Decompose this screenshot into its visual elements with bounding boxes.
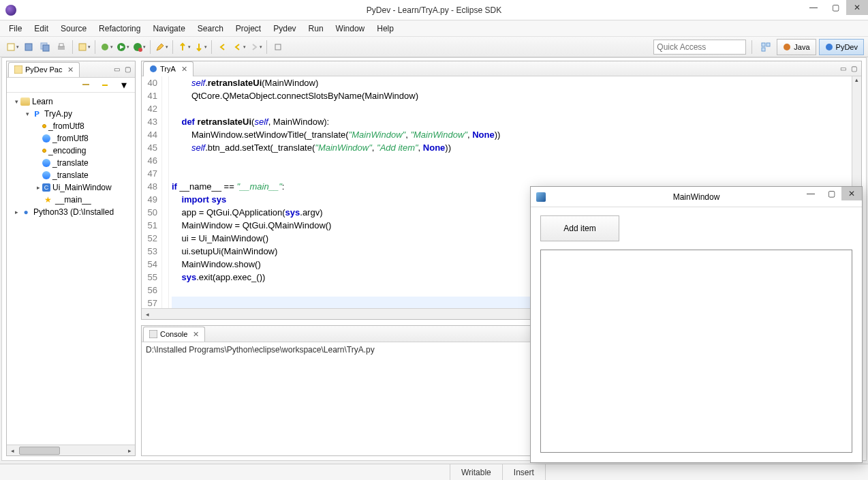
menu-window[interactable]: Window — [330, 22, 371, 35]
dot-icon — [42, 149, 46, 153]
folder-icon — [20, 97, 30, 106]
collapse-all-button[interactable] — [78, 78, 93, 93]
status-empty — [545, 464, 868, 480]
menu-project[interactable]: Project — [230, 22, 267, 35]
package-hscrollbar[interactable]: ◂▸ — [7, 445, 135, 455]
qt-close-button[interactable]: ✕ — [841, 187, 862, 200]
tree-item-label: _encoding — [48, 146, 86, 155]
svg-rect-16 — [762, 48, 765, 51]
editor-minimize-button[interactable]: ▭ — [838, 64, 848, 74]
history-fwd-button[interactable] — [248, 40, 263, 55]
link-editor-button[interactable] — [97, 78, 112, 93]
tree-item[interactable]: ▸●Python33 (D:\Installed — [7, 206, 135, 218]
close-icon[interactable]: ✕ — [193, 330, 199, 339]
perspective-java[interactable]: Java — [777, 39, 816, 55]
svg-point-18 — [826, 44, 833, 50]
svg-rect-20 — [82, 84, 89, 85]
menu-pydev[interactable]: Pydev — [267, 22, 302, 35]
tree-item-label: Ui_MainWindow — [52, 183, 112, 192]
tree-item-label: __main__ — [55, 195, 91, 205]
close-icon[interactable]: ✕ — [67, 65, 74, 74]
new-button[interactable] — [5, 40, 20, 55]
view-menu-button[interactable]: ▾ — [117, 78, 131, 93]
globe-icon — [42, 134, 50, 142]
tree-item[interactable]: _translate — [7, 169, 135, 181]
editor-tab-trya[interactable]: TryA ✕ — [143, 61, 193, 76]
window-maximize-button[interactable]: ▢ — [824, 0, 846, 15]
tree-item[interactable]: ▸CUi_MainWindow — [7, 181, 135, 194]
svg-rect-3 — [43, 45, 49, 51]
dot-icon — [42, 124, 46, 128]
project-tree[interactable]: ▾Learn▾𝗣TryA.py_fromUtf8_fromUtf8_encodi… — [7, 93, 135, 221]
tree-item[interactable]: _encoding — [7, 145, 135, 157]
star-icon: ★ — [42, 194, 53, 205]
tree-item[interactable]: _fromUtf8 — [7, 132, 135, 145]
qt-main-window[interactable]: MainWindow — ▢ ✕ Add item — [530, 186, 863, 463]
window-titlebar: PyDev - Learn/TryA.py - Eclipse SDK — ▢ … — [0, 0, 868, 20]
qt-minimize-button[interactable]: — — [801, 187, 821, 200]
tree-item[interactable]: _fromUtf8 — [7, 120, 135, 132]
open-type-button[interactable] — [76, 40, 91, 55]
menu-bar: File Edit Source Refactoring Navigate Se… — [0, 20, 868, 37]
open-perspective-button[interactable] — [758, 40, 773, 55]
view-maximize-button[interactable]: ▢ — [123, 65, 132, 74]
window-close-button[interactable]: ✕ — [846, 0, 868, 15]
save-button[interactable] — [21, 40, 36, 55]
debug-button[interactable] — [99, 40, 114, 55]
qt-maximize-button[interactable]: ▢ — [821, 187, 841, 200]
qt-titlebar[interactable]: MainWindow — ▢ ✕ — [531, 187, 862, 207]
menu-file[interactable]: File — [3, 22, 28, 35]
console-tab[interactable]: Console ✕ — [143, 327, 205, 342]
perspective-pydev[interactable]: PyDev — [819, 39, 864, 55]
menu-navigate[interactable]: Navigate — [146, 22, 191, 35]
package-explorer-tab[interactable]: PyDev Pac ✕ — [8, 62, 80, 77]
menu-edit[interactable]: Edit — [28, 22, 55, 35]
pin-editor-button[interactable] — [270, 40, 285, 55]
view-minimize-button[interactable]: ▭ — [112, 65, 121, 74]
step-button[interactable] — [176, 40, 191, 55]
tree-item[interactable]: _translate — [7, 157, 135, 169]
close-icon[interactable]: ✕ — [181, 65, 187, 74]
step2-button[interactable] — [193, 40, 208, 55]
svg-marker-12 — [157, 44, 164, 50]
add-item-button[interactable]: Add item — [540, 215, 619, 241]
package-icon — [14, 65, 22, 74]
history-back-button[interactable] — [232, 40, 247, 55]
console-icon — [149, 330, 157, 338]
status-insert: Insert — [502, 464, 545, 480]
editor-tab-label: TryA — [160, 65, 176, 73]
qt-list-widget[interactable] — [540, 250, 852, 453]
svg-rect-14 — [762, 43, 765, 46]
main-toolbar: Java PyDev — [0, 37, 868, 57]
menu-search[interactable]: Search — [191, 22, 230, 35]
svg-rect-6 — [79, 44, 86, 50]
tree-item[interactable]: ★__main__ — [7, 194, 135, 206]
tree-item-label: _fromUtf8 — [48, 121, 84, 131]
svg-rect-19 — [14, 65, 22, 74]
package-explorer-view: PyDev Pac ✕ ▭ ▢ ▾ ▾Learn▾𝗣TryA.py_fromUt… — [6, 61, 136, 456]
run-last-button[interactable] — [131, 40, 146, 55]
edit-button[interactable] — [154, 40, 169, 55]
tree-item-label: _translate — [52, 158, 89, 168]
editor-maximize-button[interactable]: ▢ — [849, 64, 858, 74]
tree-item[interactable]: ▾𝗣TryA.py — [7, 108, 135, 120]
window-minimize-button[interactable]: — — [803, 0, 824, 15]
status-writable: Writable — [450, 464, 502, 480]
snake-icon: ● — [20, 207, 31, 217]
run-button[interactable] — [115, 40, 130, 55]
tree-item[interactable]: ▾Learn — [7, 95, 135, 108]
svg-point-21 — [150, 65, 157, 72]
svg-rect-22 — [149, 330, 157, 338]
globe-icon — [42, 171, 50, 179]
tree-item-label: TryA.py — [44, 109, 72, 119]
menu-run[interactable]: Run — [303, 22, 330, 35]
svg-rect-1 — [25, 44, 32, 50]
save-all-button[interactable] — [37, 40, 52, 55]
menu-refactoring[interactable]: Refactoring — [93, 22, 146, 35]
print-button[interactable] — [54, 40, 69, 55]
quick-access-input[interactable] — [653, 40, 746, 55]
menu-help[interactable]: Help — [371, 22, 400, 35]
python-file-icon — [149, 65, 157, 73]
menu-source[interactable]: Source — [55, 22, 93, 35]
nav-back-button[interactable] — [215, 40, 230, 55]
